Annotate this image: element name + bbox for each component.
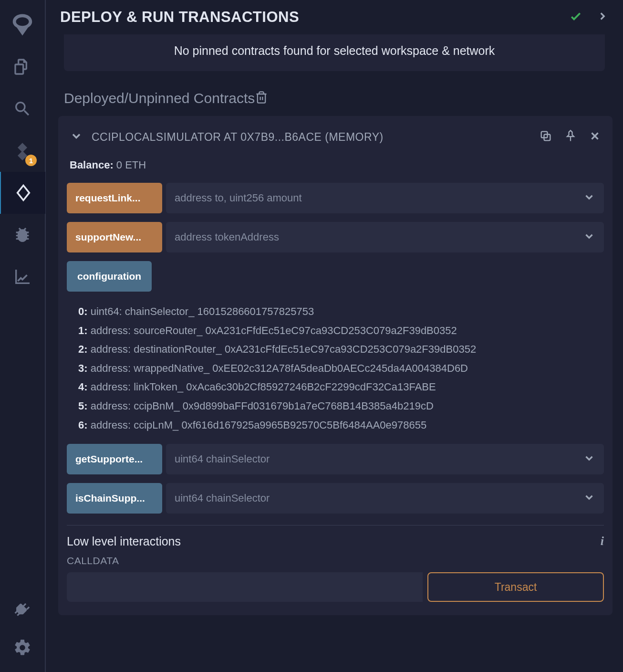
close-icon[interactable] [589, 130, 601, 144]
debugger-icon[interactable] [0, 214, 45, 256]
fn-row-ischainsupported: isChainSupp... [67, 483, 604, 514]
fn-button-getsupported[interactable]: getSupporte... [67, 444, 162, 474]
checkmark-icon[interactable] [569, 9, 583, 25]
output-line: 1: address: sourceRouter_ 0xA231cFfdEc51… [78, 321, 604, 340]
fn-input-requestlink[interactable] [175, 192, 578, 204]
output-line: 4: address: linkToken_ 0xAca6c30b2Cf8592… [78, 378, 604, 397]
fn-input-getsupported[interactable] [175, 453, 578, 465]
fn-row-requestlink: requestLink... [67, 183, 604, 213]
chevron-right-icon[interactable] [596, 10, 609, 24]
trash-icon[interactable] [255, 91, 268, 106]
pin-icon[interactable] [564, 129, 577, 145]
chevron-down-icon[interactable] [583, 230, 595, 244]
transact-button[interactable]: Transact [427, 572, 604, 602]
fn-button-supportnew[interactable]: supportNew... [67, 222, 162, 252]
settings-icon[interactable] [0, 629, 45, 666]
deployed-section-title: Deployed/Unpinned Contracts [64, 90, 255, 106]
collapse-chevron-icon[interactable] [70, 129, 83, 145]
output-line: 0: uint64: chainSelector_ 16015286601757… [78, 302, 604, 321]
deploy-run-icon[interactable] [0, 172, 45, 214]
plugin-manager-icon[interactable] [0, 592, 45, 629]
output-line: 6: address: ccipLnM_ 0xf616d167925a9965B… [78, 416, 604, 435]
balance-line: Balance: 0 ETH [67, 159, 604, 183]
chevron-down-icon[interactable] [583, 452, 595, 466]
output-line: 3: address: wrappedNative_ 0xEE02c312A78… [78, 359, 604, 378]
compiler-badge: 1 [25, 155, 37, 166]
fn-row-getsupported: getSupporte... [67, 444, 604, 474]
divider [67, 525, 604, 525]
output-line: 5: address: ccipBnM_ 0x9d899baFFd031679b… [78, 397, 604, 416]
fn-button-requestlink[interactable]: requestLink... [67, 183, 162, 213]
logo-icon[interactable] [0, 4, 45, 46]
output-line: 2: address: destinationRouter_ 0xA231cFf… [78, 340, 604, 359]
file-explorer-icon[interactable] [0, 46, 45, 88]
info-icon[interactable]: i [601, 534, 604, 548]
calldata-input[interactable] [67, 572, 423, 602]
fn-row-supportnew: supportNew... [67, 222, 604, 252]
balance-label: Balance: [70, 159, 114, 171]
contract-name: CCIPLOCALSIMULATOR AT 0X7B9...B6ACE (MEM… [92, 131, 384, 144]
analytics-icon[interactable] [0, 256, 45, 298]
pinned-notice: No pinned contracts found for selected w… [64, 34, 605, 71]
balance-value: 0 ETH [116, 159, 146, 171]
configuration-output: 0: uint64: chainSelector_ 16015286601757… [67, 300, 604, 444]
sidebar: 1 [0, 0, 46, 672]
fn-input-supportnew[interactable] [175, 231, 578, 243]
search-icon[interactable] [0, 88, 45, 130]
compiler-icon[interactable]: 1 [0, 130, 45, 172]
fn-button-configuration[interactable]: configuration [67, 261, 152, 292]
panel-title: DEPLOY & RUN TRANSACTIONS [60, 9, 299, 26]
deploy-run-panel: DEPLOY & RUN TRANSACTIONS No pinned cont… [46, 0, 623, 672]
fn-input-ischainsupported[interactable] [175, 492, 578, 504]
panel-header: DEPLOY & RUN TRANSACTIONS [46, 0, 623, 34]
chevron-down-icon[interactable] [583, 191, 595, 205]
copy-icon[interactable] [539, 129, 552, 145]
calldata-label: CALLDATA [67, 555, 604, 567]
deployed-section-header: Deployed/Unpinned Contracts [46, 84, 623, 116]
contract-card: CCIPLOCALSIMULATOR AT 0X7B9...B6ACE (MEM… [58, 116, 613, 615]
fn-button-ischainsupported[interactable]: isChainSupp... [67, 483, 162, 514]
chevron-down-icon[interactable] [583, 491, 595, 505]
low-level-title: Low level interactions [67, 535, 181, 548]
